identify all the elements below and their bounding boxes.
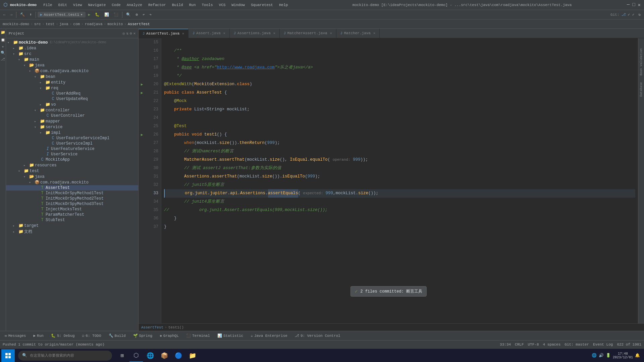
volume-icon[interactable]: 🔊: [599, 353, 604, 358]
bottom-tab-build[interactable]: 🔧 Build: [105, 332, 129, 339]
back-button[interactable]: ←: [1, 12, 8, 17]
bottom-tab-version-control[interactable]: ⎇ 9: Version Control: [291, 332, 344, 339]
tree-item-root[interactable]: ▾ 📁 mockito-demo E:\ideaProjects\mockito…: [6, 40, 138, 45]
tree-item-target[interactable]: ▸ 📁 target: [6, 223, 138, 228]
taskbar-idea[interactable]: ⬡: [129, 349, 143, 362]
tree-item-userservice[interactable]: ▸ I UserService: [6, 152, 138, 157]
tree-item-userfeatureservice[interactable]: ▸ I UserFeatureService: [6, 146, 138, 152]
close-button[interactable]: ✕: [638, 2, 641, 8]
search-bar[interactable]: 🔍 在这里输入你要搜索的内容: [18, 351, 112, 361]
tree-item-mockitoapp[interactable]: ▸ C MockitoApp: [6, 157, 138, 162]
menu-refactor[interactable]: Refactor: [146, 2, 169, 8]
tree-item-userserviceimpl[interactable]: ▸ C UserServiceImpl: [6, 141, 138, 146]
tab-matcherassert-close[interactable]: ✕: [330, 31, 332, 35]
run-method-icon[interactable]: ▶: [141, 133, 143, 137]
tree-item-mapper[interactable]: ▸ 📁 mapper: [6, 118, 138, 124]
gutter-26[interactable]: ▶: [141, 131, 143, 139]
menu-squaretest[interactable]: Squaretest: [248, 2, 276, 8]
menu-file[interactable]: File: [41, 2, 55, 8]
breadcrumb-roadjava[interactable]: roadjava: [85, 22, 103, 26]
database-label[interactable]: Database: [640, 82, 643, 97]
tree-item-main[interactable]: ▾ 📁 main: [6, 57, 138, 62]
undo-button[interactable]: ↶: [141, 12, 147, 17]
breadcrumb-com[interactable]: com: [73, 22, 80, 26]
gutter-20[interactable]: ▶: [141, 80, 143, 89]
tree-item-impl[interactable]: ▾ 📁 impl: [6, 130, 138, 136]
project-settings-icon[interactable]: ⚙: [130, 31, 132, 36]
redo-button[interactable]: ↷: [148, 12, 154, 17]
code-content-area[interactable]: ▶ ▶ ▶ 15 16: [139, 38, 644, 323]
tree-item-vo[interactable]: ▸ 📁 vo: [6, 102, 138, 107]
git-icon[interactable]: ⎇: [1, 57, 5, 61]
status-encoding[interactable]: UTF-8: [528, 343, 539, 347]
tree-item-req[interactable]: ▾ 📁 req: [6, 85, 138, 91]
status-git[interactable]: Git: master: [565, 343, 589, 347]
find-icon[interactable]: 🔍: [1, 51, 5, 55]
tree-item-java-test[interactable]: ▾ 📂 java: [6, 174, 138, 179]
search-everywhere-button[interactable]: 🔍: [124, 12, 133, 17]
tree-item-resources[interactable]: ▸ 📁 resources: [6, 162, 138, 168]
tree-item-test[interactable]: ▾ 📁 test: [6, 168, 138, 174]
tree-item-parammatchertest[interactable]: ▸ T ParamMatcherTest: [6, 212, 138, 217]
tab-asserttest[interactable]: J AssertTest.java ✕: [139, 29, 189, 38]
tree-item-stubtest[interactable]: ▸ T StubTest: [6, 217, 138, 223]
tree-item-bean[interactable]: ▾ 📁 bean: [6, 74, 138, 80]
tree-item-userfeatureserviceimpl[interactable]: ▸ C UserFeatureServiceImpl: [6, 136, 138, 141]
tree-item-wenjian[interactable]: ▸ 📁 文档: [6, 228, 138, 235]
tree-item-init3[interactable]: ▸ T InitMockOrSpyMethod3Test: [6, 201, 138, 207]
run-config-dropdown-icon[interactable]: ▾: [80, 12, 83, 17]
tree-item-init1[interactable]: ▸ T InitMockOrSpyMethod1Test: [6, 191, 138, 196]
tree-item-java[interactable]: ▾ 📂 java: [6, 62, 138, 68]
run-class-icon-2[interactable]: ▶: [141, 91, 143, 95]
favorites-icon[interactable]: ★: [2, 44, 4, 49]
menu-vcs[interactable]: VCS: [216, 2, 228, 8]
tree-item-service[interactable]: ▾ 📁 service: [6, 124, 138, 130]
bottom-tab-run[interactable]: ▶ Run: [30, 332, 47, 339]
run-configuration[interactable]: ▶ AssertTest.test1 ▾: [38, 12, 86, 17]
taskbar-app4[interactable]: 🔵: [172, 349, 185, 362]
run-button[interactable]: ▶: [86, 12, 93, 17]
url-link[interactable]: http://www.roadjava.com: [217, 63, 275, 72]
forward-button[interactable]: →: [8, 12, 15, 17]
status-indent[interactable]: 4 spaces: [543, 343, 561, 347]
bottom-tab-messages[interactable]: ✉ Messages: [1, 332, 29, 339]
project-expand-icon[interactable]: ⇅: [126, 31, 128, 36]
project-locate-icon[interactable]: ◎: [123, 31, 125, 36]
status-line-ending[interactable]: CRLF: [515, 343, 524, 347]
maximize-button[interactable]: □: [632, 2, 635, 8]
breadcrumb-java[interactable]: java: [59, 22, 68, 26]
menu-help[interactable]: Help: [276, 2, 290, 8]
vcs-update-button[interactable]: ↻: [636, 12, 643, 17]
code-area[interactable]: /** * @author zaodaowen * @see <a href="…: [161, 38, 638, 323]
taskbar-files[interactable]: 📁: [186, 349, 199, 362]
breadcrumb-asserttest[interactable]: AssertTest: [128, 22, 150, 26]
menu-window[interactable]: Window: [229, 2, 248, 8]
settings-button[interactable]: ⚙: [133, 12, 140, 17]
bean-validation-label[interactable]: Bean Validation: [640, 48, 643, 75]
bottom-tab-statistic[interactable]: 📊 Statistic: [214, 332, 247, 339]
breadcrumb-test[interactable]: test: [46, 22, 54, 26]
editor-breadcrumb-class[interactable]: AssertTest: [141, 325, 163, 329]
status-position[interactable]: 33:34: [500, 343, 511, 347]
menu-navigate[interactable]: Navigate: [85, 2, 108, 8]
tree-item-src[interactable]: ▾ 📁 src: [6, 51, 138, 57]
menu-analyze[interactable]: Analyze: [124, 2, 145, 8]
bottom-tab-graphql[interactable]: ◈ GraphQL: [156, 332, 182, 339]
bottom-tab-todo[interactable]: ☑ 6: TODO: [79, 332, 105, 339]
taskbar-app3[interactable]: 📦: [158, 349, 171, 362]
tab-asserttest-close[interactable]: ✕: [182, 32, 184, 36]
tree-item-useraddreq[interactable]: ▸ C UserAddReq: [6, 91, 138, 96]
taskbar-chrome[interactable]: 🌐: [144, 349, 157, 362]
notification-icon[interactable]: 🔔: [635, 353, 640, 358]
status-event-log[interactable]: Event Log: [593, 343, 613, 347]
menu-run[interactable]: Run: [186, 2, 199, 8]
start-button[interactable]: [1, 349, 15, 362]
bottom-tab-java-enterprise[interactable]: ☕ Java Enterprise: [247, 332, 291, 339]
bottom-tab-spring[interactable]: 🌱 Spring: [130, 332, 156, 339]
tree-item-userupdatereq[interactable]: ▸ C UserUpdateReq: [6, 96, 138, 102]
breadcrumb-src[interactable]: src: [34, 22, 41, 26]
taskbar-taskview[interactable]: ⊞: [115, 349, 129, 362]
bottom-tab-terminal[interactable]: ⬛ Terminal: [183, 332, 213, 339]
bottom-tab-debug[interactable]: 🐛 5: Debug: [48, 332, 78, 339]
menu-edit[interactable]: Edit: [56, 2, 70, 8]
